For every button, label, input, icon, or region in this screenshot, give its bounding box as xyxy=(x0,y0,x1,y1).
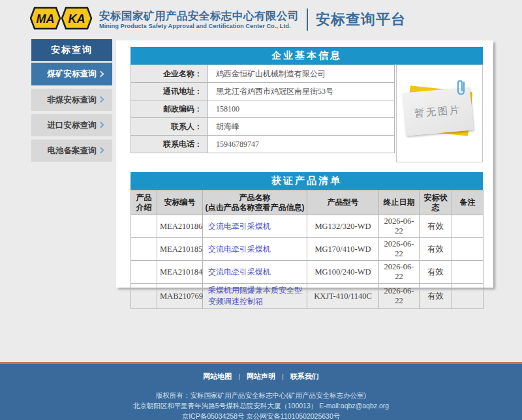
footer-links: 网站地图|网站声明|联系我们 xyxy=(0,372,522,382)
sidebar-item-coal-query[interactable]: 煤矿安标查询 xyxy=(31,63,112,85)
chevron-right-icon xyxy=(98,96,104,102)
chevron-right-icon xyxy=(98,147,104,153)
sidebar-item-label: 煤矿安标查询 xyxy=(48,68,97,80)
copyright-line2: 北京朝阳区和平里青年沟路5号煤科总院安科大厦（100013） E-mail:aq… xyxy=(0,400,522,411)
product-expiry-date: 2026-06-22 xyxy=(379,284,420,309)
product-model: KXJT-410/1140C xyxy=(307,284,379,309)
sidebar-item-label: 非煤安标查询 xyxy=(48,95,97,106)
product-expiry-date: 2026-06-22 xyxy=(379,215,420,238)
table-row: MAB210769 采煤机用隔爆兼本质安全型变频调速控制箱 KXJT-410/1… xyxy=(131,284,484,309)
copyright-line3: 京ICP备05034258号 京公网安备11010502025630号 xyxy=(0,411,522,420)
product-remark-cell xyxy=(452,238,484,261)
content-panel: 企业基本信息 企业名称： 鸡西金恒矿山机械制造有限公司 通讯地址： 黑龙江省鸡西… xyxy=(116,40,493,288)
field-label-company-name: 企业名称： xyxy=(131,65,208,83)
field-value-contact: 胡海峰 xyxy=(208,118,395,136)
chevron-right-icon xyxy=(98,121,104,128)
product-name-cell: 交流电牵引采煤机 xyxy=(203,261,307,284)
product-list-header: 获证产品清单 xyxy=(130,172,483,190)
product-cert-no: MEA210186 xyxy=(157,215,203,238)
col-header-cert-no: 安标编号 xyxy=(157,190,203,215)
sidebar-item-battery-query[interactable]: 电池备案查询 xyxy=(31,140,112,162)
table-row: MEA210184 交流电牵引采煤机 MG100/240-WD 2026-06-… xyxy=(131,261,484,284)
chevron-right-icon xyxy=(98,70,104,77)
product-model: MG170/410-WD xyxy=(307,238,379,261)
table-row: MEA210186 交流电牵引采煤机 MG132/320-WD 2026-06-… xyxy=(131,215,484,238)
product-cert-no: MAB210769 xyxy=(157,284,203,309)
certified-products-table: 产品介绍 安标编号 产品名称 (点击产品名称查看产品信息) 产品型号 终止日期 … xyxy=(130,190,484,309)
copyright-line1: 版权所有：安标国家矿用产品安全标志中心(矿用产品安全标志办公室) xyxy=(0,390,522,400)
certified-products-section: 获证产品清单 产品介绍 安标编号 产品名称 (点击产品名称查看产品信息) 产品型… xyxy=(130,172,483,309)
sidebar-item-import-query[interactable]: 进口安标查询 xyxy=(31,114,112,136)
logo-ma-text: MA xyxy=(37,12,55,25)
org-name-en: Mining Products Safety Approval and Cert… xyxy=(99,22,299,30)
product-image-box: 暂无图片 xyxy=(396,65,483,162)
product-cert-no: MEA210185 xyxy=(157,238,203,261)
sidebar-item-noncoal-query[interactable]: 非煤安标查询 xyxy=(31,89,112,111)
col-header-intro: 产品介绍 xyxy=(131,190,157,215)
no-image-placeholder: 暂无图片 xyxy=(404,86,476,137)
product-status: 有效 xyxy=(420,215,452,238)
org-name-block: 安标国家矿用产品安全标志中心有限公司 Mining Products Safet… xyxy=(99,10,299,30)
field-label-contact: 联系人： xyxy=(131,118,208,136)
table-row: 联系电话： 15946789747 xyxy=(131,136,395,153)
product-intro-cell xyxy=(131,284,157,309)
product-remark-cell xyxy=(452,215,484,238)
product-name-cell: 交流电牵引采煤机 xyxy=(203,215,307,238)
product-status: 有效 xyxy=(420,238,452,261)
product-status: 有效 xyxy=(420,261,452,284)
product-status: 有效 xyxy=(420,284,452,309)
product-cert-no: MEA210184 xyxy=(157,261,203,284)
product-name-link[interactable]: 采煤机用隔爆兼本质安全型变频调速控制箱 xyxy=(208,286,302,306)
col-header-name-line2: (点击产品名称查看产品信息) xyxy=(204,203,305,213)
field-value-address: 黑龙江省鸡西市鸡冠区南星街53号 xyxy=(208,83,395,100)
platform-title: 安标查询平台 xyxy=(316,10,406,29)
field-label-postcode: 邮政编码： xyxy=(131,100,208,118)
sidebar-item-label: 电池备案查询 xyxy=(48,145,97,157)
site-header: MA KA 安标国家矿用产品安全标志中心有限公司 Mining Products… xyxy=(0,0,522,39)
product-expiry-date: 2026-06-22 xyxy=(379,261,420,284)
table-row: 邮政编码： 158100 xyxy=(131,100,395,118)
footer-link-separator: | xyxy=(282,372,284,380)
product-intro-cell xyxy=(131,215,157,238)
field-value-phone: 15946789747 xyxy=(208,136,395,153)
product-model: MG132/320-WD xyxy=(307,215,379,238)
footer-copyright: 版权所有：安标国家矿用产品安全标志中心(矿用产品安全标志办公室) 北京朝阳区和平… xyxy=(0,390,522,420)
site-footer: 网站地图|网站声明|联系我们 版权所有：安标国家矿用产品安全标志中心(矿用产品安… xyxy=(0,362,522,420)
table-row: 通讯地址： 黑龙江省鸡西市鸡冠区南星街53号 xyxy=(131,83,395,100)
col-header-model: 产品型号 xyxy=(307,190,379,215)
footer-link-sitemap[interactable]: 网站地图 xyxy=(203,372,232,380)
product-expiry-date: 2026-06-22 xyxy=(379,238,420,261)
enterprise-info-header: 企业基本信息 xyxy=(130,47,483,65)
product-remark-cell xyxy=(452,261,484,284)
sidebar: 安标查询 煤矿安标查询 非煤安标查询 进口安标查询 电池备案查询 xyxy=(31,39,112,162)
field-value-company-name: 鸡西金恒矿山机械制造有限公司 xyxy=(208,65,395,83)
product-name-cell: 交流电牵引采煤机 xyxy=(203,238,307,261)
footer-link-contact[interactable]: 联系我们 xyxy=(290,372,319,380)
sidebar-title: 安标查询 xyxy=(31,39,112,63)
footer-link-statement[interactable]: 网站声明 xyxy=(247,372,275,380)
col-header-status: 安标状态 xyxy=(420,190,452,215)
field-value-postcode: 158100 xyxy=(208,100,395,118)
paperclip-icon xyxy=(456,78,467,99)
enterprise-info-table: 企业名称： 鸡西金恒矿山机械制造有限公司 通讯地址： 黑龙江省鸡西市鸡冠区南星街… xyxy=(130,65,395,153)
footer-link-separator: | xyxy=(238,372,240,380)
org-name-cn: 安标国家矿用产品安全标志中心有限公司 xyxy=(99,10,299,22)
enterprise-info-body: 企业名称： 鸡西金恒矿山机械制造有限公司 通讯地址： 黑龙江省鸡西市鸡冠区南星街… xyxy=(130,65,483,162)
header-divider xyxy=(307,8,308,31)
product-name-link[interactable]: 交流电牵引采煤机 xyxy=(208,245,271,254)
product-intro-cell xyxy=(131,261,157,284)
table-header-row: 产品介绍 安标编号 产品名称 (点击产品名称查看产品信息) 产品型号 终止日期 … xyxy=(131,190,484,215)
table-row: 联系人： 胡海峰 xyxy=(131,118,395,136)
sidebar-item-label: 进口安标查询 xyxy=(48,120,97,131)
col-header-name-line1: 产品名称 xyxy=(204,193,305,203)
maka-logo[interactable]: MA KA xyxy=(30,5,93,34)
product-name-link[interactable]: 交流电牵引采煤机 xyxy=(208,222,271,231)
table-row: MEA210185 交流电牵引采煤机 MG170/410-WD 2026-06-… xyxy=(131,238,484,261)
product-model: MG100/240-WD xyxy=(307,261,379,284)
product-remark-cell xyxy=(452,284,484,309)
field-label-address: 通讯地址： xyxy=(131,83,208,100)
col-header-expiry: 终止日期 xyxy=(379,190,420,215)
product-name-link[interactable]: 交流电牵引采煤机 xyxy=(208,267,271,277)
no-image-text: 暂无图片 xyxy=(414,103,461,119)
logo-ka-text: KA xyxy=(69,12,85,25)
